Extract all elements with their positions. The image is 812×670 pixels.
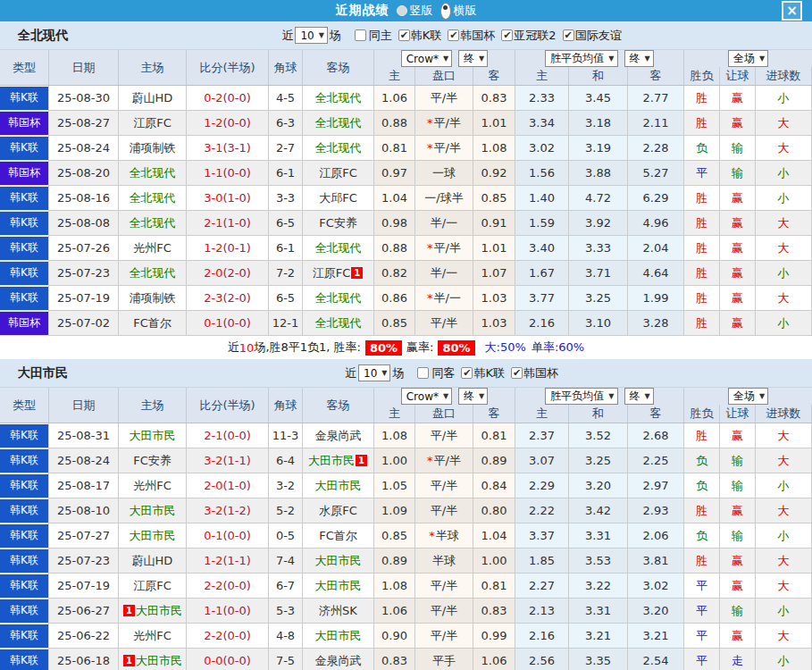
away-team-cell: 全北现代 xyxy=(303,136,374,161)
away-odds-cell: 1.06 xyxy=(473,649,515,670)
final-odds-select2[interactable]: 终▼ xyxy=(624,50,654,67)
home-odds-cell: 0.90 xyxy=(374,624,415,649)
match-type-cell: 韩国杯 xyxy=(0,161,49,186)
radio-vertical-label[interactable]: 竖版 xyxy=(410,3,433,19)
handicap-result-text: 赢 xyxy=(732,115,743,131)
star-marker: * xyxy=(427,141,433,155)
date-cell: 25-08-20 xyxy=(49,161,119,186)
home-team-name: 浦项制铁 xyxy=(130,290,176,306)
league-badge: 韩K联 xyxy=(0,499,48,523)
home-team-cell: 1大田市民 xyxy=(119,649,187,670)
filter-checkbox-2[interactable]: ✔ xyxy=(398,29,410,41)
match-count-select[interactable]: 10▼ xyxy=(358,364,390,381)
halftime-score: (0-0) xyxy=(222,91,250,105)
fulltime-score: 0-1 xyxy=(204,316,222,330)
league-badge: 韩K联 xyxy=(0,424,48,448)
filter-checkbox-5[interactable]: ✔ xyxy=(563,29,574,41)
match-type-cell: 韩K联 xyxy=(0,423,49,448)
handicap-result-cell: 赢 xyxy=(720,423,756,448)
league-badge: 韩国杯 xyxy=(0,112,48,135)
close-button[interactable]: × xyxy=(782,1,802,21)
handicap-result-cell: 赢 xyxy=(720,624,756,649)
filter-checkbox-4[interactable]: ✔ xyxy=(501,29,513,41)
away-team-name: 江原FC xyxy=(313,265,351,281)
table-header: 类型 日期 主场 比分(半场) 角球 客场 Crow*▼ 终▼ 胜平负均值▼ 终… xyxy=(0,388,812,423)
radio-horizontal[interactable] xyxy=(440,3,451,20)
bookmaker-select[interactable]: Crow*▼ xyxy=(401,50,452,67)
radio-horizontal-label[interactable]: 横版 xyxy=(454,3,477,19)
avg-draw-cell: 3.20 xyxy=(569,473,628,498)
final-odds-select[interactable]: 终▼ xyxy=(458,50,488,67)
handicap-result-text: 赢 xyxy=(732,628,743,644)
avg-away-cell: 2.68 xyxy=(628,423,684,448)
corner-cell: 7-5 xyxy=(269,649,303,670)
match-type-cell: 韩K联 xyxy=(0,186,49,211)
scope-select[interactable]: 全场▼ xyxy=(728,388,768,405)
away-team-cell: 金泉尚武 xyxy=(303,649,374,670)
goals-result-text: 大 xyxy=(778,628,790,644)
away-odds-cell: 0.83 xyxy=(473,599,515,624)
filter-checkbox-3[interactable]: ✔ xyxy=(511,367,523,379)
away-odds-cell: 0.80 xyxy=(473,498,515,523)
avg-away-cell: 2.77 xyxy=(628,86,684,111)
table-row: 韩K联25-08-10大田市民3-2(1-2)5-2水原FC1.09平/半0.8… xyxy=(0,498,812,523)
scope-select[interactable]: 全场▼ xyxy=(728,50,768,67)
score-cell: 1-2(0-1) xyxy=(187,236,269,261)
away-odds-cell: 0.99 xyxy=(473,624,515,649)
final-odds-select2[interactable]: 终▼ xyxy=(624,388,654,405)
handicap-line: 一/球半 xyxy=(424,190,463,206)
away-odds-cell: 1.01 xyxy=(473,111,515,136)
handicap-result-cell: 输 xyxy=(720,523,756,549)
radio-vertical[interactable] xyxy=(397,5,407,16)
avg-odds-select[interactable]: 胜平负均值▼ xyxy=(545,50,617,67)
away-team-cell: 全北现代 xyxy=(303,286,374,311)
avg-draw-cell: 3.21 xyxy=(569,624,628,649)
avg-draw-cell: 3.71 xyxy=(569,261,628,286)
handicap-line-cell: *平/半 xyxy=(415,111,473,136)
avg-away-cell: 3.81 xyxy=(628,549,684,574)
avg-draw-cell: 3.33 xyxy=(569,236,628,261)
result-text: 胜 xyxy=(696,265,707,281)
handicap-line: 平/半 xyxy=(431,578,457,594)
avg-draw-cell: 3.31 xyxy=(569,599,628,624)
score-cell: 1-1(0-0) xyxy=(187,161,269,186)
away-odds-cell: 0.84 xyxy=(473,473,515,498)
goals-result-text: 大 xyxy=(778,240,790,256)
handicap-line-cell: 平/半 xyxy=(415,311,473,336)
col-winloss: 胜负 xyxy=(684,67,720,85)
corner-cell: 3-2 xyxy=(269,473,303,498)
result-text: 胜 xyxy=(696,115,707,131)
avg-draw-cell: 3.31 xyxy=(569,523,628,549)
halftime-score: (0-0) xyxy=(222,529,250,542)
handicap-line: 平/半 xyxy=(431,628,457,644)
home-odds-cell: 1.08 xyxy=(374,423,415,448)
filter-checkbox-3[interactable]: ✔ xyxy=(448,29,459,41)
match-count-select[interactable]: 10▼ xyxy=(295,27,327,44)
avg-odds-select[interactable]: 胜平负均值▼ xyxy=(545,388,617,405)
halftime-score: (0-0) xyxy=(222,579,250,592)
bookmaker-select[interactable]: Crow*▼ xyxy=(401,388,452,405)
home-odds-cell: 1.09 xyxy=(374,498,415,523)
filter-checkbox-2[interactable]: ✔ xyxy=(461,367,473,379)
date-cell: 25-06-18 xyxy=(49,649,119,670)
col-asian-pan: 盘口 xyxy=(415,405,473,423)
away-team-name: FC首尔 xyxy=(319,528,357,544)
corner-cell: 5-3 xyxy=(269,599,303,624)
red-card-badge: 1 xyxy=(356,455,367,466)
dropdown-arrow-icon: ▼ xyxy=(319,31,324,39)
table-row: 韩K联25-07-19浦项制铁2-3(2-0)6-5全北现代0.86*半/一1.… xyxy=(0,286,812,311)
corner-cell: 7-2 xyxy=(269,261,303,286)
result-text: 胜 xyxy=(696,240,707,256)
filter-checkbox-1[interactable] xyxy=(417,367,429,379)
league-badge: 韩K联 xyxy=(0,474,48,498)
halftime-score: (0-0) xyxy=(222,429,250,442)
handicap-line-cell: 平手 xyxy=(415,649,473,670)
filter-checkbox-1[interactable] xyxy=(355,29,366,41)
handicap-line: 平手 xyxy=(432,653,456,669)
match-type-cell: 韩国杯 xyxy=(0,111,49,136)
col-date: 日期 xyxy=(49,388,119,423)
final-odds-select[interactable]: 终▼ xyxy=(458,388,488,405)
goals-result-cell: 小 xyxy=(756,599,812,624)
away-team-cell: 大田市民 xyxy=(303,549,374,574)
home-team-name: 蔚山HD xyxy=(132,553,173,569)
